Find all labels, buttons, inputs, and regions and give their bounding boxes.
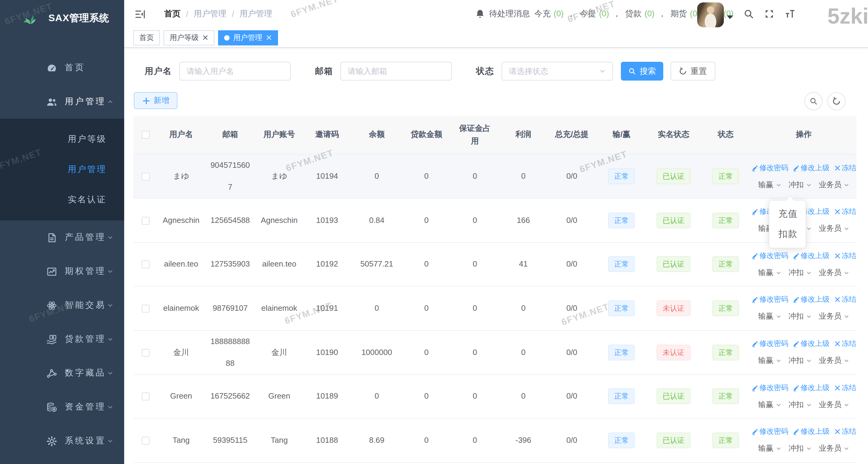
action-修改上级[interactable]: 修改上级 xyxy=(793,383,830,393)
sidebar-item-loan-mgmt[interactable]: 贷款管理 xyxy=(0,322,124,356)
fullscreen-icon[interactable] xyxy=(764,8,775,20)
row-checkbox[interactable] xyxy=(142,261,149,269)
row-dropdown-业务员[interactable]: 业务员 xyxy=(819,180,849,190)
action-修改上级[interactable]: 修改上级 xyxy=(793,251,830,261)
row-dropdown-冲扣[interactable]: 冲扣 xyxy=(789,268,812,278)
action-修改上级[interactable]: 修改上级 xyxy=(793,295,830,305)
action-修改上级[interactable]: 修改上级 xyxy=(793,163,830,173)
chevron-down-icon xyxy=(844,358,849,364)
row-checkbox[interactable] xyxy=(142,349,149,357)
menu-item-扣款[interactable]: 扣款 xyxy=(769,224,806,244)
chevron-down-icon xyxy=(107,302,113,308)
action-冻结[interactable]: 冻结 xyxy=(834,163,856,173)
action-修改密码[interactable]: 修改密码 xyxy=(751,251,788,261)
username-input[interactable] xyxy=(179,62,291,81)
row-dropdown-业务员[interactable]: 业务员 xyxy=(819,224,849,234)
row-dropdown-冲扣[interactable]: 冲扣 xyxy=(789,180,812,190)
breadcrumb-item[interactable]: 用户管理 xyxy=(240,8,272,20)
action-冻结[interactable]: 冻结 xyxy=(834,383,856,393)
breadcrumb-item[interactable]: 用户管理 xyxy=(194,8,226,20)
sidebar-subitem-用户管理[interactable]: 用户管理 xyxy=(0,154,124,185)
action-冻结[interactable]: 冻结 xyxy=(834,339,856,349)
table-row: Agneschin125654588Agneschin101930.840016… xyxy=(133,199,857,243)
row-dropdown-冲扣[interactable]: 冲扣 xyxy=(789,444,812,454)
dropdown-label: 业务员 xyxy=(819,180,842,190)
sidebar-item-fund-mgmt[interactable]: 资金管理 xyxy=(0,390,124,424)
chevron-down-icon xyxy=(776,402,781,408)
notice-separator: ， xyxy=(658,9,666,18)
tab-用户管理[interactable]: 用户管理 xyxy=(218,30,278,45)
action-修改密码[interactable]: 修改密码 xyxy=(751,383,788,393)
cell-balance: 50577.21 xyxy=(351,243,402,286)
pending-notices[interactable]: 待处理消息 今充(0)，今提(0)，贷款(0)，期货(0)认证(0) xyxy=(474,8,734,20)
dropdown-label: 业务员 xyxy=(819,444,842,454)
action-修改密码[interactable]: 修改密码 xyxy=(751,339,788,349)
sidebar-item-user-mgmt[interactable]: 用户管理 xyxy=(0,85,124,119)
header-search-icon[interactable] xyxy=(743,8,754,20)
action-修改密码[interactable]: 修改密码 xyxy=(751,163,788,173)
tab-首页[interactable]: 首页 xyxy=(133,30,160,45)
sidebar-item-product-mgmt[interactable]: 产品管理 xyxy=(0,220,124,254)
search-button[interactable]: 搜索 xyxy=(621,62,663,81)
sidebar-item-digital-collect[interactable]: 数字藏品 xyxy=(0,356,124,390)
tab-用户等级[interactable]: 用户等级 xyxy=(163,30,214,45)
action-修改密码[interactable]: 修改密码 xyxy=(751,427,788,437)
row-dropdown-业务员[interactable]: 业务员 xyxy=(819,355,849,366)
action-label: 冻结 xyxy=(842,339,856,349)
sidebar-subitem-实名认证[interactable]: 实名认证 xyxy=(0,185,124,215)
action-修改上级[interactable]: 修改上级 xyxy=(793,339,830,349)
email-input[interactable] xyxy=(340,62,452,81)
sidebar-item-home[interactable]: 首页 xyxy=(0,51,124,85)
row-dropdown-输赢[interactable]: 输赢 xyxy=(758,312,781,322)
table-refresh-button[interactable] xyxy=(828,92,845,110)
sidebar-item-options-mgmt[interactable]: 期权管理 xyxy=(0,254,124,288)
row-dropdown-冲扣[interactable]: 冲扣 xyxy=(789,312,812,322)
row-checkbox[interactable] xyxy=(142,393,149,401)
cell-balance: 8.69 xyxy=(351,419,402,463)
row-dropdown-输赢[interactable]: 输赢 xyxy=(758,400,781,410)
row-checkbox[interactable] xyxy=(142,173,149,181)
dashboard-icon xyxy=(46,62,58,73)
row-dropdown-业务员[interactable]: 业务员 xyxy=(819,268,849,278)
avatar[interactable] xyxy=(697,2,724,27)
action-冻结[interactable]: 冻结 xyxy=(834,207,856,217)
table-row: 金川18888888888金川1019010000000000/0正常未认证正常… xyxy=(133,331,857,375)
font-size-icon[interactable] xyxy=(784,8,795,20)
action-冻结[interactable]: 冻结 xyxy=(834,427,856,437)
sidebar-collapse-icon[interactable] xyxy=(134,8,146,20)
sidebar-item-sys-settings[interactable]: 系统设置 xyxy=(0,424,124,458)
status-select[interactable]: 请选择状态 xyxy=(501,62,613,81)
sidebar-subitem-用户等级[interactable]: 用户等级 xyxy=(0,124,124,154)
action-修改密码[interactable]: 修改密码 xyxy=(751,295,788,305)
table-search-toggle-button[interactable] xyxy=(804,92,823,110)
email-filter-group: 邮箱 xyxy=(315,62,452,81)
cell-username: Green xyxy=(157,375,205,419)
row-checkbox[interactable] xyxy=(142,437,149,444)
reset-button[interactable]: 重置 xyxy=(671,62,715,81)
select-all-checkbox[interactable] xyxy=(142,131,149,139)
row-dropdown-冲扣[interactable]: 冲扣 xyxy=(789,400,812,410)
row-dropdown-输赢[interactable]: 输赢 xyxy=(758,268,781,278)
dropdown-label: 业务员 xyxy=(819,312,842,322)
breadcrumb-item[interactable]: 首页 xyxy=(164,8,181,20)
real-name-badge: 未认证 xyxy=(657,301,690,316)
row-dropdown-输赢[interactable]: 输赢 xyxy=(758,180,781,190)
sidebar-item-sys-mgmt[interactable]: 系统管理 xyxy=(0,458,124,464)
add-user-button[interactable]: 新增 xyxy=(134,92,178,109)
row-dropdown-输赢[interactable]: 输赢 xyxy=(758,444,781,454)
status-badge: 正常 xyxy=(712,344,739,360)
action-冻结[interactable]: 冻结 xyxy=(834,251,856,261)
row-dropdown-业务员[interactable]: 业务员 xyxy=(819,400,849,410)
row-dropdown-业务员[interactable]: 业务员 xyxy=(819,312,849,322)
action-修改上级[interactable]: 修改上级 xyxy=(793,427,830,437)
row-dropdown-冲扣[interactable]: 冲扣 xyxy=(789,355,812,366)
sidebar-item-smart-trade[interactable]: 智能交易 xyxy=(0,288,124,322)
row-dropdown-业务员[interactable]: 业务员 xyxy=(819,444,849,454)
menu-item-充值[interactable]: 充值 xyxy=(769,204,806,224)
row-dropdown-输赢[interactable]: 输赢 xyxy=(758,355,781,366)
row-checkbox[interactable] xyxy=(142,305,149,313)
row-checkbox[interactable] xyxy=(142,217,149,225)
chevron-down-icon xyxy=(844,270,849,276)
action-冻结[interactable]: 冻结 xyxy=(834,295,856,305)
dropdown-label: 业务员 xyxy=(819,224,842,234)
